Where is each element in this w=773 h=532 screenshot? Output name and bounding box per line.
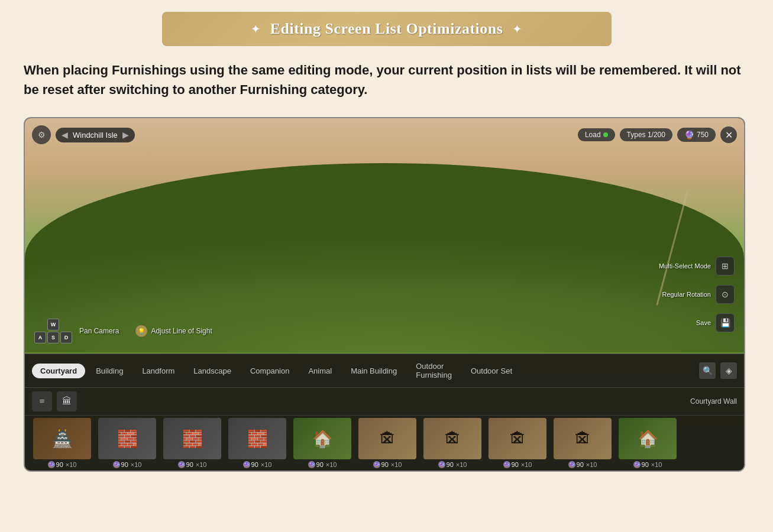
item-preview-8: 🏚 (489, 418, 546, 459)
search-button[interactable]: 🔍 (699, 362, 716, 379)
items-row: 🏯 🔮90 ×10 🧱 🔮90 ×10 🧱 (25, 416, 744, 471)
item-preview-2: 🧱 (98, 418, 156, 459)
list-item[interactable]: 🧱 🔮90 ×10 (160, 418, 225, 468)
item-preview-10: 🏠 (619, 418, 677, 459)
currency-indicator: 🔮 750 (677, 128, 716, 142)
types-indicator: Types 1/200 (620, 128, 672, 141)
subcategory-label: Courtyard Wall (690, 397, 737, 406)
diamond-left-icon: ✦ (251, 22, 261, 36)
side-controls: Multi-Select Mode ⊞ Regular Rotation ⊙ S… (659, 257, 735, 332)
sight-label: Adjust Line of Sight (151, 327, 212, 335)
tab-outdoor-set[interactable]: Outdoor Set (462, 364, 520, 378)
tab-landscape[interactable]: Landscape (185, 364, 240, 378)
list-item[interactable]: 🏚 🔮90 ×10 (485, 418, 550, 468)
tab-building[interactable]: Building (88, 364, 131, 378)
category-icons: 🔍 ◈ (699, 362, 737, 379)
item-preview-3: 🧱 (163, 418, 221, 459)
sight-icon: 💡 (135, 325, 147, 337)
tab-outdoor-furnishing[interactable]: OutdoorFurnishing (407, 359, 460, 382)
key-s: S (47, 332, 59, 343)
save-button[interactable]: 💾 (716, 313, 735, 332)
multi-select-control: Multi-Select Mode ⊞ (659, 257, 735, 275)
subcategory-row: ≡ 🏛 Courtyard Wall (25, 388, 744, 416)
subcategory-list-button[interactable]: ≡ (32, 391, 52, 411)
multi-select-button[interactable]: ⊞ (716, 257, 735, 275)
item-preview-9: 🏚 (554, 418, 612, 459)
list-item[interactable]: 🏚 🔮90 ×10 (550, 418, 615, 468)
item-preview-7: 🏚 (423, 418, 481, 459)
list-item[interactable]: 🧱 🔮90 ×10 (95, 418, 160, 468)
item-preview-4: 🧱 (228, 418, 286, 459)
close-button[interactable]: ✕ (720, 126, 737, 143)
key-d: D (60, 332, 72, 343)
list-item[interactable]: 🏚 🔮90 ×10 (355, 418, 420, 468)
pan-camera-label: Pan Camera (79, 327, 119, 335)
location-nav: ◀ Windchill Isle ▶ (56, 128, 135, 142)
game-screenshot: ⚙ ◀ Windchill Isle ▶ Load Types 1/200 🔮 … (24, 117, 745, 472)
tab-animal[interactable]: Animal (300, 364, 340, 378)
category-tabs: Courtyard Building Landform Landscape Co… (25, 354, 744, 388)
filter-button[interactable]: ◈ (720, 362, 737, 379)
location-name: Windchill Isle (73, 131, 118, 140)
load-status-dot (603, 132, 608, 137)
hud-top-bar: ⚙ ◀ Windchill Isle ▶ Load Types 1/200 🔮 … (32, 125, 737, 144)
regular-rotation-label: Regular Rotation (662, 291, 711, 298)
tab-companion[interactable]: Companion (242, 364, 298, 378)
key-a: A (34, 332, 46, 343)
camera-controls: W A S D Pan Camera 💡 Adjust Line of Sigh… (34, 319, 212, 343)
multi-select-label: Multi-Select Mode (659, 262, 711, 270)
regular-rotation-control: Regular Rotation ⊙ (662, 285, 735, 304)
tab-main-building[interactable]: Main Building (342, 364, 405, 378)
item-preview-5: 🏠 (293, 418, 351, 459)
page-title: Editing Screen List Optimizations (270, 20, 503, 38)
save-label: Save (696, 319, 711, 326)
item-preview-6: 🏚 (358, 418, 416, 459)
item-preview-1: 🏯 (33, 418, 91, 459)
location-next-button[interactable]: ▶ (122, 130, 129, 140)
wasd-group: W A S D (34, 319, 72, 343)
settings-button[interactable]: ⚙ (32, 125, 51, 144)
title-banner: ✦ Editing Screen List Optimizations ✦ (162, 12, 612, 46)
list-item[interactable]: 🏚 🔮90 ×10 (420, 418, 485, 468)
tab-courtyard[interactable]: Courtyard (32, 364, 85, 378)
list-item[interactable]: 🏠 🔮90 ×10 (290, 418, 355, 468)
list-item[interactable]: 🧱 🔮90 ×10 (225, 418, 290, 468)
description-text: When placing Furnishings using the same … (24, 60, 749, 99)
bottom-panel: Courtyard Building Landform Landscape Co… (25, 353, 744, 471)
list-item[interactable]: 🏯 🔮90 ×10 (30, 418, 95, 468)
diamond-right-icon: ✦ (512, 22, 522, 36)
location-prev-button[interactable]: ◀ (62, 130, 68, 140)
list-item[interactable]: 🏠 🔮90 ×10 (615, 418, 680, 468)
hud-right-controls: Load Types 1/200 🔮 750 ✕ (578, 126, 737, 143)
regular-rotation-button[interactable]: ⊙ (716, 285, 735, 304)
key-w: W (47, 319, 59, 330)
sight-control: 💡 Adjust Line of Sight (135, 325, 212, 337)
load-button[interactable]: Load (578, 128, 615, 141)
subcategory-grid-button[interactable]: 🏛 (57, 391, 77, 411)
save-control: Save 💾 (696, 313, 735, 332)
tab-landform[interactable]: Landform (134, 364, 183, 378)
